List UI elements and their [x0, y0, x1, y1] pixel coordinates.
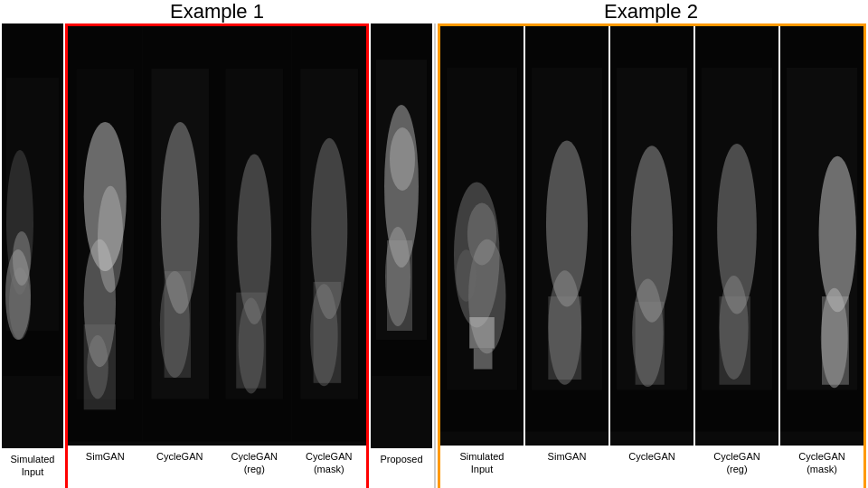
col-cyclegan-1: CycleGAN [143, 26, 218, 488]
col-simgan-1: SimGAN [68, 26, 143, 488]
main-layout: Example 1 Example 2 [0, 0, 868, 488]
svg-point-60 [819, 156, 856, 313]
svg-point-42 [456, 249, 476, 302]
label-proposed-1: Proposed [371, 448, 432, 488]
svg-point-13 [87, 335, 108, 399]
svg-rect-57 [719, 296, 750, 385]
label-sim-input-1: SimulatedInput [2, 448, 63, 488]
image-cyclegan-mask-2 [780, 26, 863, 446]
label-sim-input-2: SimulatedInput [440, 446, 524, 488]
image-cyclegan-1 [143, 26, 218, 446]
label-cyclegan-reg-1: CycleGAN(reg) [217, 446, 292, 488]
orange-border-group-2: SimulatedInput SimGAN [438, 23, 866, 488]
red-border-group-1: SimGAN CycleGAN [65, 23, 369, 488]
svg-rect-52 [636, 302, 665, 385]
image-proposed-1 [371, 23, 432, 448]
svg-rect-39 [469, 317, 495, 349]
col-simgan-2: SimGAN [525, 26, 609, 488]
headers-row: Example 1 Example 2 [0, 0, 868, 23]
image-simulated-1 [2, 23, 63, 448]
col-sim-input-2: SimulatedInput [440, 26, 524, 488]
label-simgan-2: SimGAN [525, 446, 609, 488]
col-sim-input-1: SimulatedInput [2, 23, 63, 488]
svg-rect-47 [548, 296, 581, 380]
image-cyclegan-2 [610, 26, 693, 446]
svg-point-34 [390, 127, 415, 191]
label-cyclegan-mask-1: CycleGAN(mask) [292, 446, 367, 488]
svg-rect-28 [313, 282, 341, 383]
image-cyclegan-reg-1 [217, 26, 292, 446]
col-cyclegan-reg-1: CycleGAN(reg) [217, 26, 292, 488]
svg-rect-18 [164, 271, 190, 378]
label-cyclegan-2: CycleGAN [610, 446, 693, 488]
example1-heading: Example 1 [0, 0, 434, 23]
svg-rect-33 [387, 240, 412, 331]
example2-heading: Example 2 [434, 0, 868, 23]
svg-rect-40 [474, 349, 493, 370]
image-cyclegan-reg-2 [695, 26, 778, 446]
image-simgan-1 [68, 26, 143, 446]
image-simulated-2 [440, 26, 524, 446]
label-cyclegan-1: CycleGAN [143, 446, 218, 488]
col-cyclegan-2: CycleGAN [610, 26, 693, 488]
col-proposed-1: Proposed [371, 23, 432, 488]
svg-rect-62 [822, 296, 849, 385]
label-simgan-1: SimGAN [68, 446, 143, 488]
label-cyclegan-mask-2: CycleGAN(mask) [780, 446, 863, 488]
image-simgan-2 [525, 26, 609, 446]
image-cyclegan-mask-1 [292, 26, 367, 446]
col-cyclegan-reg-2: CycleGAN(reg) [695, 26, 778, 488]
label-cyclegan-reg-2: CycleGAN(reg) [695, 446, 778, 488]
svg-point-6 [13, 231, 31, 286]
svg-rect-23 [236, 293, 266, 389]
example1-container: SimulatedInput [0, 23, 434, 488]
example2-container: SimulatedInput SimGAN [436, 23, 868, 488]
col-cyclegan-mask-2: CycleGAN(mask) [780, 26, 863, 488]
svg-point-11 [98, 186, 123, 293]
col-cyclegan-mask-1: CycleGAN(mask) [292, 26, 367, 488]
columns-row: SimulatedInput [0, 23, 868, 488]
